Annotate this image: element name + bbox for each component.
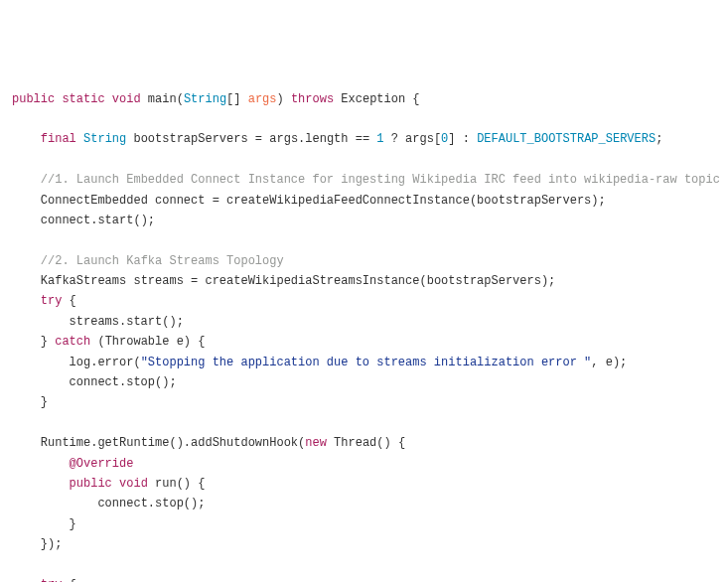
code-line: KafkaStreams streams = createWikipediaSt… bbox=[41, 274, 555, 288]
code-text: Thread() { bbox=[327, 436, 405, 450]
keyword-final: final bbox=[41, 132, 76, 146]
code-line: ConnectEmbedded connect = createWikipedi… bbox=[41, 194, 606, 208]
method-name: run bbox=[155, 477, 177, 491]
keyword-public: public bbox=[12, 92, 55, 106]
code-line: connect.stop(); bbox=[70, 375, 177, 389]
code-line: streams.start(); bbox=[70, 315, 184, 329]
code-text: bootstrapServers = args.length == bbox=[133, 132, 376, 146]
type-string: String bbox=[184, 92, 226, 106]
type-exception: Exception bbox=[341, 92, 405, 106]
keyword-try: try bbox=[41, 294, 63, 308]
keyword-public: public bbox=[70, 477, 112, 491]
annotation-override: @Override bbox=[70, 457, 134, 471]
keyword-void: void bbox=[112, 92, 141, 106]
code-block: public static void main(String[] args) t… bbox=[12, 89, 716, 582]
keyword-try: try bbox=[41, 578, 63, 582]
code-text: (Throwable e) { bbox=[90, 335, 205, 349]
type-string: String bbox=[83, 132, 126, 146]
constant: DEFAULT_BOOTSTRAP_SERVERS bbox=[477, 132, 655, 146]
code-text: ? args[ bbox=[384, 132, 442, 146]
code-text: Runtime.getRuntime().addShutdownHook( bbox=[41, 436, 305, 450]
comment: //1. Launch Embedded Connect Instance fo… bbox=[41, 173, 720, 187]
code-text: , e); bbox=[591, 356, 627, 369]
keyword-static: static bbox=[62, 92, 104, 106]
comment: //2. Launch Kafka Streams Topology bbox=[41, 254, 284, 268]
number-literal: 1 bbox=[376, 132, 383, 146]
code-line: connect.start(); bbox=[41, 214, 155, 227]
keyword-void: void bbox=[119, 477, 148, 491]
keyword-throws: throws bbox=[291, 92, 334, 106]
string-literal: "Stopping the application due to streams… bbox=[141, 356, 592, 369]
keyword-catch: catch bbox=[55, 335, 90, 349]
method-name: main bbox=[148, 92, 177, 106]
code-text: log.error( bbox=[70, 356, 141, 369]
keyword-new: new bbox=[305, 436, 327, 450]
param-args: args bbox=[248, 92, 277, 106]
code-text: () { bbox=[177, 477, 206, 491]
code-line: connect.stop(); bbox=[97, 497, 205, 510]
code-text: ] : bbox=[448, 132, 477, 146]
